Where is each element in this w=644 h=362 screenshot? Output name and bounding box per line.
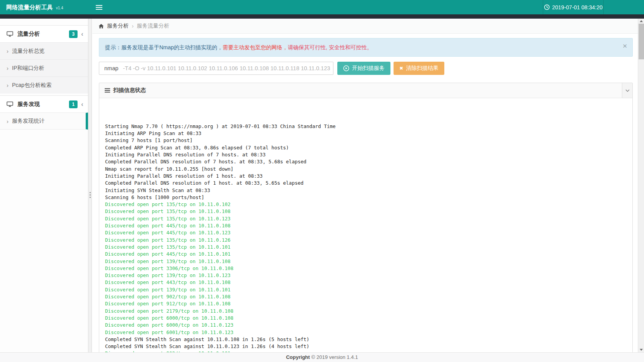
console-line: Discovered open port 2179/tcp on 10.11.0… <box>105 308 627 315</box>
sidebar-item-label: 流量分析总览 <box>12 48 45 55</box>
chevron-right-icon: › <box>7 48 9 54</box>
footer-copyright-label: Copyright <box>286 354 310 360</box>
scan-input-group: nmap <box>99 62 333 75</box>
grip-dots-icon <box>90 192 91 193</box>
alert-warning-text: 需要主动发包至您的网络， <box>223 44 288 50</box>
list-icon <box>105 88 110 93</box>
scan-command-form: nmap 开始扫描服务 ✖ 清除扫描结果 <box>99 62 633 75</box>
sidebar-resize-handle[interactable] <box>88 19 92 352</box>
console-line: Initiating ARP Ping Scan at 08:33 <box>105 130 627 137</box>
console-line: Scanning 6 hosts [1000 ports/host] <box>105 194 627 201</box>
alert-warning-text2: 请确保其可行性, 安全性和可控性。 <box>288 44 372 50</box>
chevron-down-icon <box>625 89 630 92</box>
footer-version-text: © 2019 version 1.4.1 <box>311 354 358 360</box>
breadcrumb-level1[interactable]: 服务分析 <box>107 23 129 29</box>
console-line: Initiating SYN Stealth Scan at 08:33 <box>105 187 627 194</box>
vertical-scrollbar[interactable] <box>638 19 644 352</box>
alert-info-text: 提示：服务发现是基于Nmap的主动扫描实现的， <box>105 44 223 50</box>
console-line: Discovered open port 445/tcp on 10.11.0.… <box>105 222 627 229</box>
sidebar-item-label: 服务发现统计 <box>12 118 45 125</box>
clock-icon <box>544 4 550 10</box>
console-line: Completed SYN Stealth Scan against 10.11… <box>105 343 627 350</box>
console-line: Discovered open port 135/tcp on 10.11.0.… <box>105 215 627 222</box>
breadcrumb-level2: 服务流量分析 <box>137 23 169 29</box>
main-content: 服务分析 › 服务流量分析 提示：服务发现是基于Nmap的主动扫描实现的，需要主… <box>92 19 638 352</box>
sidebar-item-pcap-search[interactable]: › Pcap包分析检索 <box>0 76 88 94</box>
sidebar-toggle-button[interactable] <box>92 0 105 14</box>
scroll-down-arrow-icon[interactable] <box>640 349 643 351</box>
console-line: Completed ARP Ping Scan at 08:33, 0.86s … <box>105 144 627 151</box>
chevron-left-icon: ‹ <box>81 31 83 37</box>
home-icon <box>98 24 104 29</box>
console-line: Discovered open port 3306/tcp on 10.11.0… <box>105 265 627 272</box>
hamburger-icon <box>96 5 102 10</box>
scan-arguments-input[interactable] <box>122 65 333 72</box>
start-scan-label: 开始扫描服务 <box>352 65 385 72</box>
console-line: Scanning 7 hosts [1 port/host] <box>105 137 627 144</box>
breadcrumb: 服务分析 › 服务流量分析 <box>92 19 638 34</box>
console-line: Initiating Parallel DNS resolution of 7 … <box>105 151 627 158</box>
console-line: Discovered open port 443/tcp on 10.11.0.… <box>105 279 627 286</box>
clear-results-label: 清除扫描结果 <box>406 65 439 72</box>
panel-title: 扫描信息状态 <box>113 87 146 94</box>
sidebar-item-label: Pcap包分析检索 <box>12 82 52 89</box>
console-line: Discovered open port 445/tcp on 10.11.0.… <box>105 229 627 236</box>
sidebar-group-traffic-analysis[interactable]: 流量分析 3 ‹ <box>0 25 88 42</box>
console-line: Discovered open port 445/tcp on 10.11.0.… <box>105 251 627 258</box>
monitor-icon <box>7 31 13 37</box>
start-scan-button[interactable]: 开始扫描服务 <box>337 62 390 75</box>
sidebar: 流量分析 3 ‹ › 流量分析总览 › IP和端口分析 › Pcap包分析检索 … <box>0 19 88 352</box>
scrollbar-thumb[interactable] <box>639 24 644 59</box>
console-line: Completed Parallel DNS resolution of 1 h… <box>105 180 627 187</box>
chevron-right-icon: › <box>7 82 9 88</box>
sidebar-group-label: 服务发现 <box>17 100 40 108</box>
clock-display: 2019-07-01 08:34:20 <box>543 0 604 14</box>
navbar-bottom-strip <box>0 14 644 19</box>
console-line: Initiating Parallel DNS resolution of 1 … <box>105 173 627 180</box>
app-window: 网络流量分析工具 v1.4 2019-07-01 08:34:20 流量分析 <box>0 0 644 362</box>
console-line: Nmap scan report for 10.11.0.255 [host d… <box>105 166 627 173</box>
top-navbar: 网络流量分析工具 v1.4 2019-07-01 08:34:20 <box>0 0 644 14</box>
sidebar-group-service-discovery[interactable]: 服务发现 1 ‹ <box>0 95 88 113</box>
group-count-badge: 1 <box>69 100 78 108</box>
monitor-icon <box>7 101 13 107</box>
console-line: Discovered open port 139/tcp on 10.11.0.… <box>105 286 627 293</box>
sidebar-item-label: IP和端口分析 <box>12 65 44 72</box>
console-line: Discovered open port 135/tcp on 10.11.0.… <box>105 208 627 215</box>
sidebar-item-traffic-overview[interactable]: › 流量分析总览 <box>0 42 88 59</box>
console-line: Completed SYN Stealth Scan against 10.11… <box>105 336 627 343</box>
console-line: Discovered open port 6000/tcp on 10.11.0… <box>105 315 627 322</box>
console-line: Discovered open port 902/tcp on 10.11.0.… <box>105 293 627 300</box>
app-version: v1.4 <box>56 6 63 10</box>
breadcrumb-separator: › <box>132 23 134 29</box>
sidebar-item-ip-port-analysis[interactable]: › IP和端口分析 <box>0 59 88 76</box>
console-line: Discovered open port 135/tcp on 10.11.0.… <box>105 201 627 208</box>
console-line: Discovered open port 135/tcp on 10.11.0.… <box>105 244 627 251</box>
scroll-up-arrow-icon[interactable] <box>640 20 643 22</box>
console-line: Starting Nmap 7.70 ( https://nmap.org ) … <box>105 123 627 130</box>
datetime-text: 2019-07-01 08:34:20 <box>552 4 603 10</box>
sidebar-item-service-discovery-stats[interactable]: › 服务发现统计 <box>0 113 88 130</box>
clear-results-button[interactable]: ✖ 清除扫描结果 <box>394 62 444 75</box>
console-line: Discovered open port 6000/tcp on 10.11.0… <box>105 322 627 329</box>
info-alert: 提示：服务发现是基于Nmap的主动扫描实现的，需要主动发包至您的网络，请确保其可… <box>99 38 633 57</box>
console-line: Discovered open port 912/tcp on 10.11.0.… <box>105 300 627 307</box>
app-title: 网络流量分析工具 <box>6 4 53 10</box>
nmap-prefix-label: nmap <box>99 65 122 71</box>
chevron-right-icon: › <box>7 118 9 125</box>
close-icon[interactable]: ✕ <box>622 43 627 49</box>
chevron-left-icon: ‹ <box>81 101 83 107</box>
x-icon: ✖ <box>399 66 403 71</box>
app-logo[interactable]: 网络流量分析工具 v1.4 <box>6 0 63 14</box>
console-line: Discovered open port 135/tcp on 10.11.0.… <box>105 237 627 244</box>
console-line: Discovered open port 139/tcp on 10.11.0.… <box>105 258 627 265</box>
group-count-badge: 3 <box>69 30 78 38</box>
console-line: Discovered open port 6001/tcp on 10.11.0… <box>105 329 627 336</box>
scan-console-output: Starting Nmap 7.70 ( https://nmap.org ) … <box>99 98 632 352</box>
console-line: Completed Parallel DNS resolution of 7 h… <box>105 158 627 165</box>
scan-status-panel: 扫描信息状态 Starting Nmap 7.70 ( https://nmap… <box>99 83 633 353</box>
panel-collapse-button[interactable] <box>622 83 632 98</box>
panel-header: 扫描信息状态 <box>99 83 632 98</box>
play-circle-icon <box>343 65 349 71</box>
footer: Copyright© 2019 version 1.4.1 <box>0 352 644 362</box>
